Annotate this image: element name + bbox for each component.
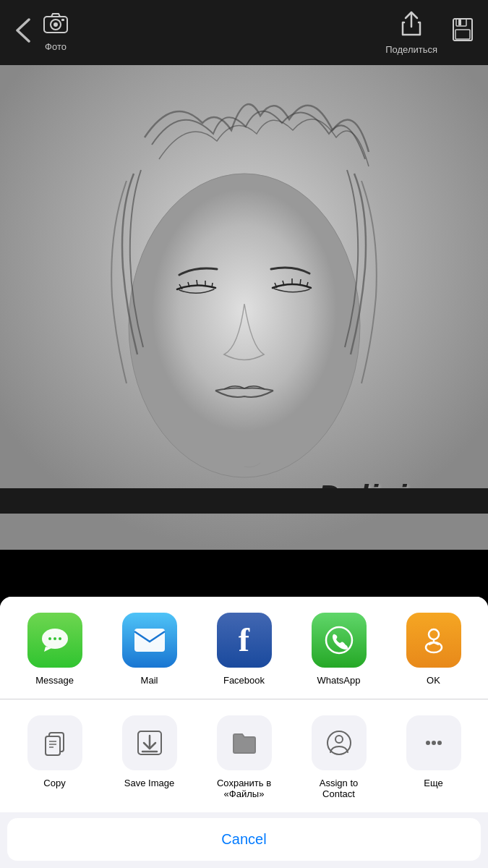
whatsapp-label: WhatsApp: [317, 675, 361, 686]
facebook-f-letter: f: [239, 624, 249, 657]
more-label: Еще: [424, 778, 442, 788]
ok-label: OK: [427, 675, 440, 686]
top-right-controls: Поделиться: [385, 11, 474, 55]
camera-label: Фото: [45, 41, 67, 52]
svg-rect-6: [455, 30, 470, 39]
share-sheet: Message Mail f Facebook: [0, 597, 488, 868]
svg-rect-33: [46, 736, 60, 755]
copy-label: Copy: [43, 778, 65, 788]
save-files-action-icon: [217, 715, 272, 770]
mail-label: Mail: [141, 675, 158, 686]
svg-line-18: [300, 279, 301, 285]
whatsapp-app-icon: [312, 613, 367, 668]
action-item-more[interactable]: Еще: [398, 715, 470, 788]
more-action-icon: [406, 715, 461, 770]
app-item-whatsapp[interactable]: WhatsApp: [303, 613, 375, 686]
assign-contact-label: Assign to Contact: [303, 778, 375, 799]
sketch-overlay: Delicious: [0, 65, 488, 550]
app-item-facebook[interactable]: f Facebook: [208, 613, 281, 686]
svg-rect-7: [458, 20, 461, 25]
message-label: Message: [35, 675, 74, 686]
svg-line-14: [212, 283, 213, 288]
svg-point-9: [129, 174, 360, 477]
thumbnail-strip: [0, 488, 488, 514]
camera-area[interactable]: Фото: [43, 13, 68, 52]
back-button[interactable]: [14, 18, 30, 48]
action-item-assign-contact[interactable]: Assign to Contact: [303, 715, 375, 799]
main-image: Delicious: [0, 65, 488, 550]
share-panel: Message Mail f Facebook: [0, 597, 488, 868]
cancel-button[interactable]: Cancel: [7, 818, 481, 861]
assign-contact-action-icon: [312, 715, 367, 770]
svg-rect-25: [134, 629, 165, 652]
svg-point-27: [429, 629, 439, 639]
camera-icon: [43, 13, 68, 38]
share-label: Поделиться: [385, 44, 437, 55]
cancel-label: Cancel: [221, 831, 266, 847]
svg-point-26: [326, 627, 352, 653]
svg-line-12: [197, 280, 197, 286]
mail-app-icon: [122, 613, 177, 668]
top-bar: Фото Поделиться: [0, 0, 488, 65]
message-app-icon: [27, 613, 82, 668]
share-icon: [401, 11, 422, 41]
svg-point-44: [437, 741, 442, 745]
share-area[interactable]: Поделиться: [385, 11, 437, 55]
svg-point-43: [432, 741, 436, 745]
app-item-ok[interactable]: OK: [398, 613, 470, 686]
ok-app-icon: [406, 613, 461, 668]
action-item-save-image[interactable]: Save Image: [114, 715, 186, 788]
action-item-save-files[interactable]: Сохранить в «Файлы»: [208, 715, 281, 799]
action-item-copy[interactable]: Copy: [19, 715, 91, 788]
app-item-mail[interactable]: Mail: [114, 613, 186, 686]
facebook-label: Facebook: [223, 675, 265, 686]
facebook-app-icon: f: [217, 613, 272, 668]
action-row: Copy Save Image: [0, 699, 488, 812]
save-files-label: Сохранить в «Файлы»: [208, 778, 281, 799]
svg-point-41: [335, 736, 343, 743]
svg-point-22: [48, 637, 51, 640]
svg-point-23: [53, 637, 56, 640]
svg-point-24: [59, 637, 61, 640]
svg-point-28: [426, 642, 442, 652]
app-item-message[interactable]: Message: [19, 613, 91, 686]
svg-rect-3: [61, 19, 64, 21]
svg-point-42: [426, 741, 430, 745]
save-button[interactable]: [452, 17, 474, 48]
svg-point-2: [53, 22, 58, 27]
save-image-action-icon: [122, 715, 177, 770]
app-row: Message Mail f Facebook: [0, 597, 488, 699]
save-image-label: Save Image: [124, 778, 174, 788]
top-left-controls: Фото: [14, 13, 68, 52]
copy-action-icon: [27, 715, 82, 770]
